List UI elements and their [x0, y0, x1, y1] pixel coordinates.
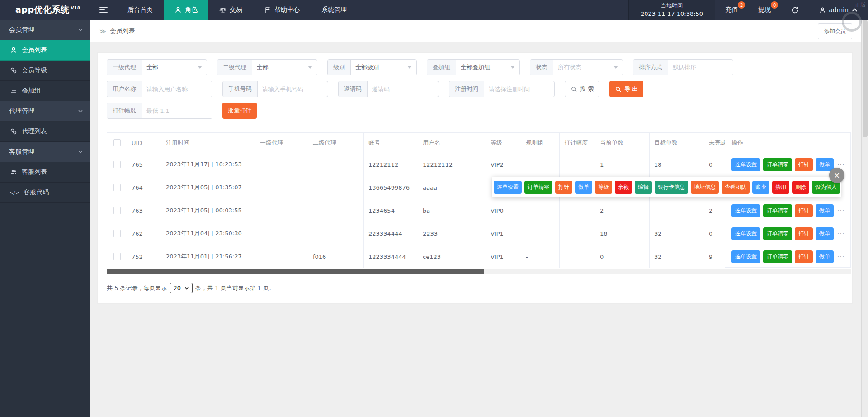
recharge-button[interactable]: 充值 2 — [715, 0, 748, 20]
recharge-label: 充值 — [725, 6, 738, 14]
cell-register-time: 2023年11月05日 01:35:07 — [161, 176, 255, 199]
make-order-button[interactable]: 做单 — [816, 158, 834, 171]
row-checkbox[interactable] — [113, 230, 121, 237]
sidebar-item-agent-list[interactable]: 代理列表 — [0, 122, 90, 142]
inject-button[interactable]: 打针 — [795, 158, 813, 171]
chevron-down-icon — [184, 286, 189, 290]
phone-input[interactable] — [258, 81, 328, 97]
more-actions-icon[interactable]: ··· — [837, 253, 844, 260]
chain-order-settings-button[interactable]: 连单设置 — [731, 250, 760, 263]
address-info-button[interactable]: 地址信息 — [691, 181, 719, 194]
clear-orders-button[interactable]: 订单清零 — [763, 158, 792, 171]
balance-button[interactable]: 余额 — [615, 181, 632, 194]
cell-rule-group: - — [521, 199, 560, 222]
chain-order-settings-button[interactable]: 连单设置 — [494, 181, 522, 194]
page-scrollbar-thumb[interactable] — [863, 20, 868, 137]
sidebar-group-agent-management[interactable]: 代理管理 — [0, 101, 90, 122]
inject-button[interactable]: 打针 — [795, 227, 813, 240]
select-status[interactable]: 状态 所有状态 — [530, 59, 623, 75]
clear-orders-button[interactable]: 订单清零 — [763, 250, 792, 263]
export-button[interactable]: 导 出 — [609, 81, 643, 97]
nav-label: 角色 — [185, 6, 198, 14]
clear-orders-button[interactable]: 订单清零 — [524, 181, 552, 194]
row-checkbox[interactable] — [113, 253, 121, 260]
select-all-checkbox[interactable] — [113, 139, 121, 146]
invite-code-input[interactable] — [368, 81, 439, 97]
chain-order-settings-button[interactable]: 连单设置 — [731, 158, 760, 171]
bank-card-info-button[interactable]: 银行卡信息 — [655, 181, 688, 194]
username-input[interactable] — [142, 81, 212, 97]
horizontal-scrollbar-thumb[interactable] — [107, 269, 484, 274]
nav-roles[interactable]: 角色 — [164, 0, 208, 20]
breadcrumb-separator-icon: ≫ — [99, 28, 106, 35]
clear-orders-button[interactable]: 订单清零 — [763, 227, 792, 240]
nav-label: 交易 — [230, 6, 242, 14]
view-team-button[interactable]: 查看团队 — [722, 181, 750, 194]
cell-target-orders — [650, 199, 704, 222]
cell-account: 223334444 — [364, 222, 418, 245]
more-actions-icon[interactable]: ··· — [837, 207, 844, 214]
search-button[interactable]: 搜 索 — [565, 81, 599, 97]
sidebar-item-label: 客服代码 — [24, 188, 49, 197]
row-checkbox[interactable] — [113, 161, 121, 168]
chain-order-settings-button[interactable]: 连单设置 — [731, 227, 760, 240]
sidebar-group-member-management[interactable]: 会员管理 — [0, 20, 90, 40]
make-order-button[interactable]: 做单 — [816, 204, 834, 217]
page-size-select[interactable]: 20 — [170, 283, 193, 293]
cell-rule-group: - — [521, 222, 560, 245]
more-actions-icon[interactable]: ··· — [837, 161, 844, 168]
sidebar-item-member-list[interactable]: 会员列表 — [0, 40, 90, 61]
sidebar-group-label: 代理管理 — [9, 107, 34, 115]
select-label: 状态 — [530, 60, 553, 75]
nav-system-management[interactable]: 系统管理 — [311, 0, 358, 20]
input-label: 打针幅度 — [107, 103, 142, 118]
select-stack-group[interactable]: 叠加组 全部叠加组 — [427, 59, 520, 75]
inject-range-input[interactable] — [142, 103, 212, 118]
sidebar-item-service-list[interactable]: 客服列表 — [0, 162, 90, 183]
page-scrollbar[interactable] — [861, 20, 868, 417]
disable-button[interactable]: 禁用 — [772, 181, 789, 194]
sidebar-item-service-code[interactable]: </> 客服代码 — [0, 183, 90, 203]
select-agent-level1[interactable]: 一级代理 全部 — [107, 59, 207, 75]
row-operations: 连单设置 订单清零 打针 做单 ··· — [725, 199, 850, 222]
select-value: 全部 — [252, 60, 308, 75]
inject-button[interactable]: 打针 — [795, 250, 813, 263]
inject-button[interactable]: 打针 — [555, 181, 572, 194]
chain-order-settings-button[interactable]: 连单设置 — [731, 204, 760, 217]
cell-current-orders: 0 — [595, 245, 650, 268]
sidebar-group-service-management[interactable]: 客服管理 — [0, 142, 90, 162]
batch-inject-button[interactable]: 批量打针 — [222, 103, 257, 119]
nav-trade[interactable]: 交易 — [208, 0, 253, 20]
sidebar-item-member-level[interactable]: 会员等级 — [0, 61, 90, 81]
level-button[interactable]: 等级 — [595, 181, 612, 194]
refresh-button[interactable] — [781, 0, 809, 20]
edit-button[interactable]: 编辑 — [635, 181, 652, 194]
row-checkbox[interactable] — [113, 184, 121, 191]
app-version: V18 — [71, 6, 80, 10]
withdraw-button[interactable]: 提现 0 — [748, 0, 781, 20]
select-agent-level2[interactable]: 二级代理 全部 — [217, 59, 317, 75]
delete-button[interactable]: 删除 — [792, 181, 809, 194]
clear-orders-button[interactable]: 订单清零 — [763, 204, 792, 217]
make-order-button[interactable]: 做单 — [816, 250, 834, 263]
make-order-button[interactable]: 做单 — [575, 181, 592, 194]
nav-help-center[interactable]: 帮助中心 — [253, 0, 311, 20]
make-order-button[interactable]: 做单 — [816, 227, 834, 240]
chevron-down-icon — [78, 27, 83, 33]
row-checkbox[interactable] — [113, 207, 121, 214]
account-change-button[interactable]: 账变 — [752, 181, 769, 194]
watermark-ring — [842, 12, 862, 32]
register-time-input[interactable] — [484, 81, 554, 97]
close-icon[interactable]: × — [829, 168, 844, 183]
nav-dashboard[interactable]: 后台首页 — [117, 0, 164, 20]
sidebar-collapse-icon[interactable] — [90, 0, 117, 20]
horizontal-scrollbar[interactable] — [107, 269, 851, 274]
select-level[interactable]: 级别 全部级别 — [327, 59, 417, 75]
header-agent-level1: 一级代理 — [255, 133, 308, 153]
cell-current-orders: 18 — [595, 222, 650, 245]
invite-code-field-group: 邀请码 — [338, 81, 439, 97]
select-sort-order[interactable]: 排序方式 默认排序 — [633, 59, 733, 75]
sidebar-item-stack-group[interactable]: 叠加组 — [0, 81, 90, 101]
more-actions-icon[interactable]: ··· — [837, 230, 844, 237]
inject-button[interactable]: 打针 — [795, 204, 813, 217]
